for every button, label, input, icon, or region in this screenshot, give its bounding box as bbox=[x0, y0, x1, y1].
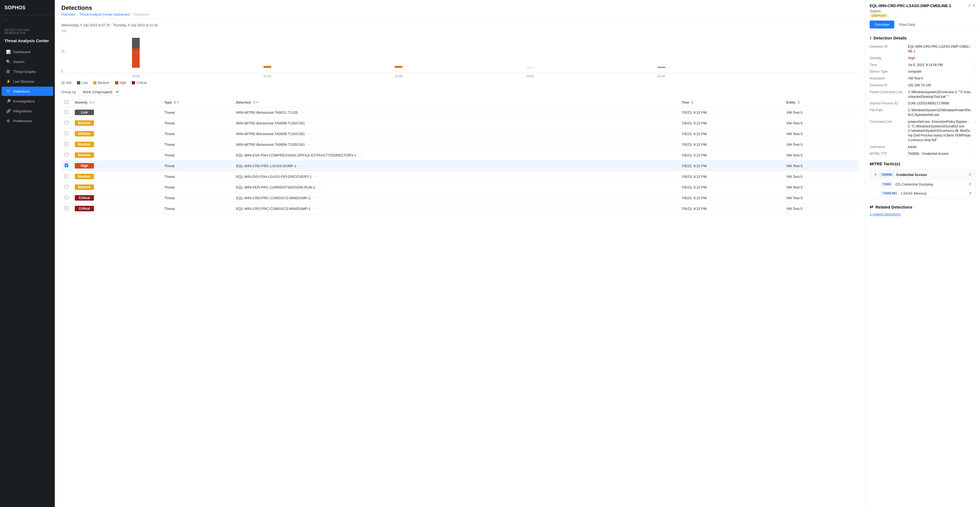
detail-copy-button[interactable]: ··· bbox=[972, 101, 975, 105]
technique-external-link[interactable]: ↗ bbox=[968, 182, 972, 187]
row-checkbox[interactable] bbox=[65, 121, 68, 124]
row-checkbox[interactable] bbox=[65, 174, 68, 178]
row-checkbox-cell bbox=[61, 129, 72, 139]
mitre-tactic-header[interactable]: ▼ TA0006 Credential Access ↗ bbox=[870, 170, 975, 180]
col-type[interactable]: Type ⇅▼ bbox=[161, 98, 233, 107]
breadcrumb: Overview / Threat Analysis Center Dashbo… bbox=[61, 13, 858, 16]
col-severity[interactable]: Severity ⇅▼ bbox=[72, 98, 161, 107]
row-actions-button[interactable]: ··· bbox=[306, 120, 313, 126]
detail-value: computer bbox=[908, 69, 971, 74]
breadcrumb-sep1: / bbox=[77, 13, 78, 16]
row-time: 7/6/23, 9:15 PM bbox=[678, 161, 783, 171]
page-title: Detections bbox=[61, 5, 858, 11]
row-actions-button[interactable]: ··· bbox=[298, 163, 304, 169]
detail-value: Jul 6, 2023, 9:14:56 PM bbox=[908, 63, 971, 67]
table-row[interactable]: Medium Threat WIN-MITRE-Behavioral-TA000… bbox=[61, 118, 858, 129]
panel-close-button[interactable]: ✕ bbox=[972, 3, 975, 8]
detail-copy-button[interactable]: ··· bbox=[972, 108, 975, 112]
row-entity: VM-Test-5 bbox=[783, 193, 858, 203]
x-label-2: 22:00 bbox=[333, 75, 464, 78]
sidebar-item-threat-graphs[interactable]: 🕸Threat Graphs bbox=[2, 67, 53, 76]
chart-wrapper: 100 50 0 20:0021:0022:0023:0001:00 bbox=[61, 29, 858, 73]
row-entity: VM-Test-5 bbox=[783, 139, 858, 150]
table-row[interactable]: Critical Threat EQL-WIN-CRD-PRC-COMSVCS-… bbox=[61, 203, 858, 214]
bar-stack-2 bbox=[395, 66, 402, 68]
sidebar-item-detections[interactable]: 🛡Detections bbox=[2, 87, 53, 96]
chart-col-5 bbox=[727, 29, 858, 68]
detail-copy-button[interactable]: ··· bbox=[972, 120, 975, 124]
table-row[interactable]: Low Threat WIN-MITRE-Behavioral-TA0011-T… bbox=[61, 107, 858, 118]
row-type: Threat bbox=[161, 171, 233, 182]
breadcrumb-tac[interactable]: Threat Analysis Center Dashboard bbox=[79, 13, 129, 16]
legend-label: High bbox=[120, 81, 127, 84]
severity-badge: Medium bbox=[75, 120, 94, 126]
detail-copy-button[interactable]: ··· bbox=[972, 69, 975, 74]
severity-badge: Critical bbox=[75, 195, 94, 201]
breadcrumb-overview[interactable]: Overview bbox=[61, 13, 75, 16]
related-detections-link[interactable]: 2 related detections bbox=[870, 212, 975, 216]
detail-copy-button[interactable]: ··· bbox=[972, 63, 975, 67]
bar-seg-high bbox=[395, 67, 402, 68]
back-button[interactable]: ← bbox=[0, 15, 55, 25]
row-checkbox[interactable] bbox=[65, 153, 68, 156]
table-row[interactable]: Medium Threat EQL-WIN-PER-PRC-CURRENTVER… bbox=[61, 182, 858, 193]
table-row[interactable]: Medium Threat WIN-MITRE-Behavioral-TA000… bbox=[61, 129, 858, 139]
detail-row-hostname: Hostname VM-Test-5 ··· bbox=[870, 76, 975, 81]
technique-external-link[interactable]: ↗ bbox=[968, 191, 972, 195]
row-actions-button[interactable]: ··· bbox=[312, 206, 318, 212]
tactic-external-link[interactable]: ↗ bbox=[968, 172, 972, 177]
sidebar-item-integrations[interactable]: 🔗Integrations bbox=[2, 106, 53, 116]
panel-tab-overview[interactable]: Overview bbox=[870, 21, 894, 29]
row-checkbox[interactable] bbox=[65, 206, 68, 210]
row-checkbox[interactable] bbox=[65, 196, 68, 199]
row-actions-button[interactable]: ··· bbox=[306, 142, 313, 147]
detail-copy-button[interactable]: ··· bbox=[972, 145, 975, 149]
row-actions-button[interactable]: ··· bbox=[312, 195, 318, 201]
detail-copy-button[interactable]: ··· bbox=[972, 76, 975, 81]
select-all-checkbox[interactable] bbox=[65, 100, 68, 104]
detail-row-command-line: Command Line powershell.exe -ExecutionPo… bbox=[870, 120, 975, 142]
sidebar-item-label: Dashboard bbox=[13, 50, 31, 54]
table-row[interactable]: Medium Threat WIN-MITRE-Behavioral-TA000… bbox=[61, 139, 858, 150]
detail-copy-button[interactable]: ··· bbox=[972, 90, 975, 94]
sidebar-app-title: Threat Analysis Center bbox=[0, 36, 55, 47]
row-checkbox[interactable] bbox=[65, 164, 68, 167]
row-actions-button[interactable]: ··· bbox=[317, 184, 323, 190]
col-entity[interactable]: Entity ⇅ bbox=[783, 98, 858, 107]
row-detection-name: EQL-WIN-CRD-PRC-COMSVCS-MINIDUMP-1 bbox=[236, 207, 310, 211]
row-checkbox[interactable] bbox=[65, 142, 68, 146]
row-detection-name: EQL-WIN-CRD-PRC-COMSVCS-MINIDUMP-2 bbox=[236, 196, 310, 200]
sidebar-item-search[interactable]: 🔍Search bbox=[2, 57, 53, 66]
col-time[interactable]: Time ⇅ bbox=[678, 98, 783, 107]
live-discover-icon: ⚡ bbox=[6, 79, 10, 84]
bar-seg-low bbox=[132, 38, 140, 48]
severity-badge: High bbox=[75, 163, 94, 169]
row-checkbox[interactable] bbox=[65, 110, 68, 114]
detail-copy-button[interactable]: ··· bbox=[972, 45, 975, 49]
sidebar-item-investigations[interactable]: 🔎Investigations bbox=[2, 96, 53, 106]
detail-copy-button[interactable]: ··· bbox=[972, 83, 975, 88]
chart-bars bbox=[70, 29, 858, 68]
col-detection[interactable]: Detection ⇅▼ bbox=[233, 98, 678, 107]
sidebar-item-dashboard[interactable]: 📊Dashboard bbox=[2, 47, 53, 56]
row-checkbox[interactable] bbox=[65, 132, 68, 135]
row-actions-button[interactable]: ··· bbox=[299, 109, 306, 115]
table-row[interactable]: Medium Threat EQL-WIN-DIS-PSH-LSASS-PID-… bbox=[61, 171, 858, 182]
row-checkbox[interactable] bbox=[65, 185, 68, 188]
row-type: Threat bbox=[161, 193, 233, 203]
detail-value: kacke bbox=[908, 145, 971, 149]
table-row[interactable]: Critical Threat EQL-WIN-CRD-PRC-COMSVCS-… bbox=[61, 193, 858, 203]
row-actions-button[interactable]: ··· bbox=[358, 152, 364, 158]
group-by-select[interactable]: None (Ungrouped) Severity Type Entity bbox=[79, 88, 120, 96]
row-actions-button[interactable]: ··· bbox=[306, 131, 313, 137]
table-row[interactable]: High Threat EQL-WIN-CRD-PRC-LSASS-DUMP-1… bbox=[61, 161, 858, 171]
panel-external-link-button[interactable]: ↗ bbox=[967, 3, 971, 8]
panel-tab-raw-data[interactable]: Raw Data bbox=[894, 21, 920, 29]
row-actions-button[interactable]: ··· bbox=[313, 174, 320, 180]
sidebar-item-live-discover[interactable]: ⚡Live Discover bbox=[2, 77, 53, 86]
sidebar-item-preferences[interactable]: ⚙Preferences bbox=[2, 116, 53, 126]
detail-copy-button[interactable]: ··· bbox=[972, 151, 975, 156]
detail-copy-button[interactable]: ··· bbox=[972, 56, 975, 60]
table-row[interactable]: Medium Threat EQL-WIN-EVA-PSH-COMPRESSIO… bbox=[61, 150, 858, 161]
detections-tbody: Low Threat WIN-MITRE-Behavioral-TA0011-T… bbox=[61, 107, 858, 214]
